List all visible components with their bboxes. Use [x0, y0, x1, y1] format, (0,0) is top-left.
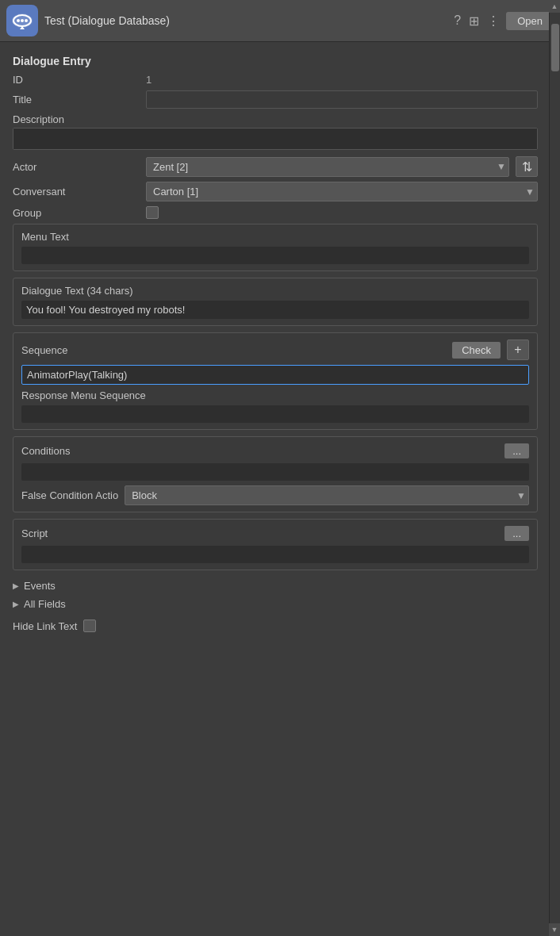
group-row: Group	[13, 206, 538, 219]
description-section: Description	[13, 113, 538, 150]
events-label: Events	[24, 580, 56, 592]
actor-select[interactable]: Zent [2] Carton [1]	[146, 157, 509, 177]
window-title: Test (Dialogue Database)	[44, 14, 447, 27]
false-condition-select-wrapper: Block Continue ReturnToStart ▼	[125, 485, 529, 505]
check-button[interactable]: Check	[452, 342, 501, 359]
group-label: Group	[13, 207, 140, 219]
help-icon[interactable]: ?	[454, 13, 461, 28]
dialogue-text-section: Dialogue Text (34 chars) You fool! You d…	[13, 278, 538, 326]
sequence-header: Sequence Check +	[21, 339, 529, 360]
svg-point-2	[17, 19, 20, 22]
script-ellipsis-button[interactable]: ...	[504, 526, 529, 541]
description-label: Description	[13, 113, 538, 125]
title-input[interactable]	[146, 90, 538, 109]
settings-icon[interactable]: ⊞	[469, 13, 479, 29]
conditions-header: Conditions ...	[21, 443, 529, 458]
conversant-select-wrapper: Carton [1] Zent [2] ▼	[146, 182, 538, 201]
header-icons: ? ⊞ ⋮	[454, 13, 500, 29]
svg-point-4	[25, 19, 28, 22]
id-row: ID 1	[13, 74, 538, 86]
group-checkbox[interactable]	[146, 206, 159, 219]
description-input[interactable]	[13, 129, 537, 149]
title-row: Title	[13, 90, 538, 109]
false-condition-select[interactable]: Block Continue ReturnToStart	[125, 485, 529, 505]
conditions-section: Conditions ... False Condition Actio Blo…	[13, 436, 538, 512]
svg-point-3	[21, 19, 24, 22]
all-fields-row[interactable]: ▶ All Fields	[13, 595, 538, 613]
false-condition-row: False Condition Actio Block Continue Ret…	[21, 485, 529, 505]
scroll-up-arrow[interactable]: ▲	[549, 0, 560, 13]
conversant-label: Conversant	[13, 186, 140, 198]
section-title: Dialogue Entry	[13, 55, 538, 67]
scrollbar[interactable]: ▲ ▼	[549, 0, 560, 936]
sequence-plus-button[interactable]: +	[507, 339, 529, 360]
dialogue-text-label: Dialogue Text (34 chars)	[21, 285, 529, 297]
conversant-row: Conversant Carton [1] Zent [2] ▼	[13, 182, 538, 201]
sequence-label: Sequence	[21, 344, 446, 356]
response-menu-label: Response Menu Sequence	[21, 389, 529, 401]
response-menu-input[interactable]	[21, 405, 529, 423]
sequence-section: Sequence Check + Response Menu Sequence	[13, 332, 538, 430]
hide-link-row: Hide Link Text	[13, 613, 538, 639]
all-fields-triangle-icon: ▶	[13, 600, 19, 608]
conditions-input[interactable]	[21, 463, 529, 481]
events-triangle-icon: ▶	[13, 581, 19, 590]
actor-select-wrapper: Zent [2] Carton [1] ▼	[146, 157, 509, 177]
scrollbar-thumb[interactable]	[551, 24, 559, 71]
false-condition-label: False Condition Actio	[21, 489, 118, 501]
title-label: Title	[13, 94, 140, 105]
actor-plus-button[interactable]: ⇅	[516, 156, 538, 177]
script-header: Script ...	[21, 526, 529, 541]
main-content: Dialogue Entry ID 1 Title Description Ac…	[0, 42, 560, 646]
open-button[interactable]: Open	[506, 12, 554, 30]
dialogue-text-value[interactable]: You fool! You destroyed my robots!	[21, 301, 529, 319]
conditions-ellipsis-button[interactable]: ...	[504, 443, 529, 458]
hide-link-label: Hide Link Text	[13, 620, 77, 632]
events-row[interactable]: ▶ Events	[13, 577, 538, 595]
sequence-input[interactable]	[21, 365, 529, 385]
conversant-select[interactable]: Carton [1] Zent [2]	[146, 182, 538, 201]
actor-label: Actor	[13, 161, 140, 173]
menu-icon[interactable]: ⋮	[487, 13, 500, 29]
hide-link-checkbox[interactable]	[83, 620, 96, 632]
script-label: Script	[21, 527, 504, 539]
all-fields-label: All Fields	[24, 598, 66, 610]
actor-row: Actor Zent [2] Carton [1] ▼ ⇅	[13, 156, 538, 177]
id-value: 1	[146, 74, 538, 86]
description-wrapper	[13, 128, 538, 150]
conditions-label: Conditions	[21, 445, 504, 457]
id-label: ID	[13, 74, 140, 86]
script-section: Script ...	[13, 519, 538, 570]
header: Test (Dialogue Database) ? ⊞ ⋮ Open	[0, 0, 560, 42]
script-input[interactable]	[21, 546, 529, 563]
scroll-down-arrow[interactable]: ▼	[549, 923, 560, 936]
menu-text-label: Menu Text	[21, 231, 529, 243]
menu-text-input[interactable]	[21, 247, 529, 264]
menu-text-section: Menu Text	[13, 224, 538, 271]
app-logo	[6, 5, 38, 36]
